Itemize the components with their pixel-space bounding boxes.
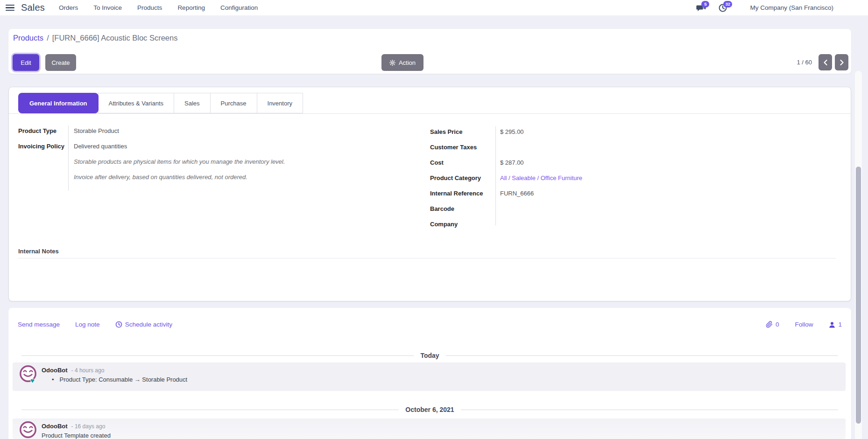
odoobot-avatar: ♥ [19, 364, 38, 384]
breadcrumb-separator: / [47, 34, 49, 42]
chatter-toolbar: Send message Log note Schedule activity … [18, 321, 842, 328]
message-tracking-text: Product Type: Consumable → Storable Prod… [60, 376, 188, 383]
scrollbar-thumb[interactable] [856, 167, 861, 424]
field-label-cost: Cost [430, 159, 444, 167]
tab-sales[interactable]: Sales [174, 93, 211, 113]
chatter-right: 0 Follow 1 [766, 321, 842, 328]
app-title[interactable]: Sales [21, 2, 45, 13]
page-title: [FURN_6666] Acoustic Bloc Screens [52, 34, 178, 42]
apps-menu-icon[interactable] [6, 5, 14, 11]
right-column-separator [495, 126, 496, 225]
field-label-product-category: Product Category [430, 174, 481, 183]
menu-reporting[interactable]: Reporting [177, 4, 205, 11]
help-text-storable: Storable products are physical items for… [74, 158, 285, 165]
menu-to-invoice[interactable]: To Invoice [93, 4, 122, 11]
message-today[interactable]: ♥ OdooBot - 4 hours ago • Product Type: … [13, 362, 846, 391]
follower-person-icon [829, 321, 835, 328]
message-author[interactable]: OdooBot [42, 367, 68, 374]
left-column-separator [68, 125, 69, 191]
tab-purchase[interactable]: Purchase [210, 93, 257, 113]
messages-badge: 5 [701, 1, 709, 7]
tab-inventory[interactable]: Inventory [257, 93, 303, 113]
followers-button[interactable]: 1 [829, 321, 842, 328]
field-label-company: Company [430, 221, 458, 229]
field-value-sales-price: $ 295.00 [500, 128, 524, 137]
message-timestamp: - 16 days ago [71, 423, 106, 430]
menu-configuration[interactable]: Configuration [220, 4, 258, 11]
message-timestamp: - 4 hours ago [71, 367, 105, 374]
feed-divider-today: Today [21, 351, 838, 360]
attachment-count: 0 [776, 321, 779, 328]
tab-divider [9, 113, 851, 114]
pager-count: 1 / 60 [797, 59, 812, 66]
field-label-barcode: Barcode [430, 205, 454, 214]
log-note-button[interactable]: Log note [75, 321, 100, 328]
messages-menu[interactable]: 5 [696, 3, 706, 13]
field-label-customer-taxes: Customer Taxes [430, 144, 477, 152]
odoobot-avatar [19, 420, 38, 439]
attachments-button[interactable]: 0 [766, 321, 779, 328]
notebook-tabs: General Information Attributes & Variant… [18, 93, 303, 113]
follower-count: 1 [838, 321, 842, 328]
form-sheet: General Information Attributes & Variant… [8, 87, 851, 301]
action-button-label: Action [399, 59, 416, 66]
app-menus: Orders To Invoice Products Reporting Con… [59, 4, 258, 11]
field-label-product-type: Product Type [18, 127, 56, 136]
activities-menu[interactable]: 32 [718, 3, 727, 13]
top-navbar: Sales Orders To Invoice Products Reporti… [0, 0, 868, 15]
bullet-icon: • [52, 376, 54, 383]
pager-next-button[interactable] [835, 54, 848, 70]
message-tracking-text: Product Template created [42, 432, 111, 439]
pager: 1 / 60 [797, 54, 848, 70]
breadcrumb: Products / [FURN_6666] Acoustic Bloc Scr… [13, 34, 177, 42]
message-feed: Today ♥ OdooBot - 4 hours ago • [8, 330, 851, 439]
message-october[interactable]: OdooBot - 16 days ago Product Template c… [13, 418, 846, 439]
navbar-right: 5 32 My Company (San Francisco) [696, 1, 862, 14]
menu-orders[interactable]: Orders [59, 4, 78, 11]
paperclip-icon [766, 321, 773, 328]
feed-divider-october: October 6, 2021 [21, 405, 838, 414]
chevron-left-icon [823, 59, 828, 66]
field-label-sales-price: Sales Price [430, 128, 462, 137]
help-text-invoice: Invoice after delivery, based on quantit… [74, 174, 247, 181]
user-avatar[interactable] [849, 1, 862, 14]
field-label-invoicing-policy: Invoicing Policy [18, 143, 64, 151]
field-value-cost: $ 287.00 [500, 159, 524, 167]
message-author[interactable]: OdooBot [42, 423, 68, 430]
chatter: Send message Log note Schedule activity … [8, 308, 851, 439]
action-button[interactable]: Action [381, 54, 423, 71]
follow-button[interactable]: Follow [795, 321, 813, 328]
control-panel: Products / [FURN_6666] Acoustic Bloc Scr… [8, 29, 851, 74]
tab-attributes-variants[interactable]: Attributes & Variants [98, 93, 175, 113]
internal-notes-header: Internal Notes [18, 248, 59, 255]
breadcrumb-products-link[interactable]: Products [13, 34, 43, 42]
chevron-right-icon [840, 59, 844, 66]
create-button[interactable]: Create [45, 54, 76, 71]
menu-products[interactable]: Products [137, 4, 162, 11]
pager-previous-button[interactable] [819, 54, 832, 70]
field-value-invoicing-policy: Delivered quantities [74, 143, 127, 151]
edit-button[interactable]: Edit [13, 54, 39, 71]
schedule-activity-label: Schedule activity [125, 321, 172, 328]
tab-general-information[interactable]: General Information [18, 93, 99, 113]
gear-icon [389, 60, 395, 66]
field-value-product-type: Storable Product [74, 127, 119, 136]
schedule-clock-icon [115, 321, 122, 328]
company-switcher[interactable]: My Company (San Francisco) [750, 4, 833, 11]
svg-text:♥: ♥ [30, 376, 35, 384]
field-value-internal-reference: FURN_6666 [500, 190, 534, 198]
internal-notes-divider [18, 258, 836, 258]
schedule-activity-button[interactable]: Schedule activity [115, 321, 172, 328]
activities-badge: 32 [723, 1, 732, 7]
send-message-button[interactable]: Send message [18, 321, 60, 328]
field-label-internal-reference: Internal Reference [430, 190, 483, 198]
field-value-product-category-link[interactable]: All / Saleable / Office Furniture [500, 174, 582, 183]
